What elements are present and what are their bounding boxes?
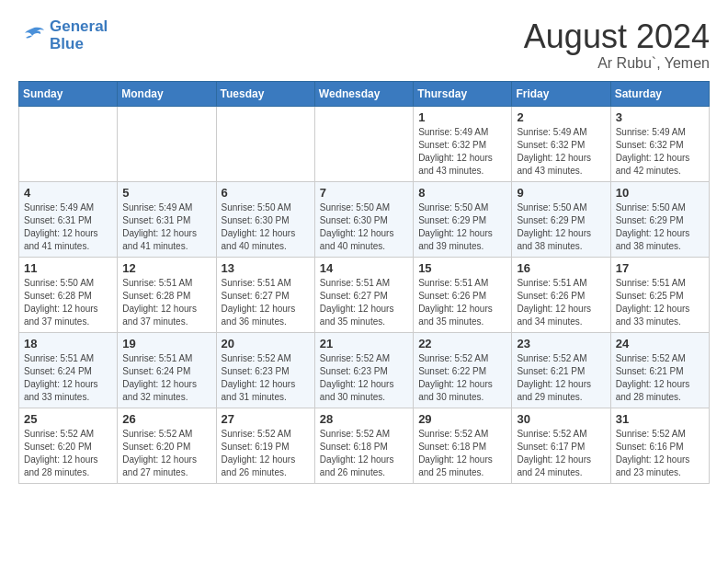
day-number: 14 xyxy=(320,261,408,275)
calendar-cell: 29Sunrise: 5:52 AMSunset: 6:18 PMDayligh… xyxy=(414,408,512,483)
day-info: Sunrise: 5:52 AMSunset: 6:18 PMDaylight:… xyxy=(320,428,408,479)
day-number: 17 xyxy=(616,261,704,275)
day-number: 28 xyxy=(320,412,408,426)
day-number: 26 xyxy=(122,412,210,426)
day-number: 10 xyxy=(616,186,704,200)
calendar-cell: 7Sunrise: 5:50 AMSunset: 6:30 PMDaylight… xyxy=(314,181,413,257)
day-info: Sunrise: 5:50 AMSunset: 6:29 PMDaylight:… xyxy=(616,201,704,253)
day-info: Sunrise: 5:50 AMSunset: 6:29 PMDaylight:… xyxy=(517,201,605,253)
day-number: 13 xyxy=(222,261,310,275)
logo-icon xyxy=(18,25,46,47)
day-info: Sunrise: 5:52 AMSunset: 6:23 PMDaylight:… xyxy=(320,352,408,404)
calendar-week-2: 4Sunrise: 5:49 AMSunset: 6:31 PMDaylight… xyxy=(19,181,710,257)
day-info: Sunrise: 5:49 AMSunset: 6:32 PMDaylight:… xyxy=(517,126,605,178)
day-info: Sunrise: 5:51 AMSunset: 6:25 PMDaylight:… xyxy=(616,277,704,328)
calendar-cell: 8Sunrise: 5:50 AMSunset: 6:29 PMDaylight… xyxy=(414,181,512,257)
calendar-week-3: 11Sunrise: 5:50 AMSunset: 6:28 PMDayligh… xyxy=(19,257,710,332)
day-info: Sunrise: 5:50 AMSunset: 6:28 PMDaylight:… xyxy=(24,277,112,328)
day-number: 27 xyxy=(222,412,310,426)
weekday-header-saturday: Saturday xyxy=(610,81,709,106)
day-number: 1 xyxy=(418,110,506,124)
calendar-cell: 21Sunrise: 5:52 AMSunset: 6:23 PMDayligh… xyxy=(314,332,413,408)
title-block: August 2024 Ar Rubu`, Yemen xyxy=(524,18,710,72)
calendar-cell: 12Sunrise: 5:51 AMSunset: 6:28 PMDayligh… xyxy=(118,257,216,332)
day-info: Sunrise: 5:52 AMSunset: 6:20 PMDaylight:… xyxy=(122,428,210,479)
day-info: Sunrise: 5:50 AMSunset: 6:30 PMDaylight:… xyxy=(320,201,408,253)
calendar-cell: 25Sunrise: 5:52 AMSunset: 6:20 PMDayligh… xyxy=(19,408,118,483)
calendar-cell xyxy=(19,106,118,181)
day-info: Sunrise: 5:51 AMSunset: 6:24 PMDaylight:… xyxy=(122,352,210,404)
calendar-cell xyxy=(216,106,314,181)
day-info: Sunrise: 5:50 AMSunset: 6:30 PMDaylight:… xyxy=(222,201,310,253)
day-info: Sunrise: 5:51 AMSunset: 6:24 PMDaylight:… xyxy=(24,352,112,404)
calendar-cell: 18Sunrise: 5:51 AMSunset: 6:24 PMDayligh… xyxy=(19,332,118,408)
day-number: 19 xyxy=(122,337,210,350)
day-number: 30 xyxy=(517,412,605,426)
day-number: 7 xyxy=(320,186,408,200)
day-info: Sunrise: 5:51 AMSunset: 6:26 PMDaylight:… xyxy=(517,277,605,328)
weekday-header-sunday: Sunday xyxy=(19,81,118,106)
weekday-row: SundayMondayTuesdayWednesdayThursdayFrid… xyxy=(19,81,710,106)
calendar-cell: 4Sunrise: 5:49 AMSunset: 6:31 PMDaylight… xyxy=(19,181,118,257)
day-info: Sunrise: 5:52 AMSunset: 6:22 PMDaylight:… xyxy=(418,352,506,404)
calendar-cell: 6Sunrise: 5:50 AMSunset: 6:30 PMDaylight… xyxy=(216,181,314,257)
calendar-cell: 22Sunrise: 5:52 AMSunset: 6:22 PMDayligh… xyxy=(414,332,512,408)
calendar-cell xyxy=(118,106,216,181)
calendar-cell: 17Sunrise: 5:51 AMSunset: 6:25 PMDayligh… xyxy=(610,257,709,332)
month-year-title: August 2024 xyxy=(524,18,710,55)
weekday-header-friday: Friday xyxy=(512,81,610,106)
calendar-cell: 26Sunrise: 5:52 AMSunset: 6:20 PMDayligh… xyxy=(118,408,216,483)
calendar-cell: 9Sunrise: 5:50 AMSunset: 6:29 PMDaylight… xyxy=(512,181,610,257)
day-info: Sunrise: 5:52 AMSunset: 6:19 PMDaylight:… xyxy=(222,428,310,479)
calendar-cell: 27Sunrise: 5:52 AMSunset: 6:19 PMDayligh… xyxy=(216,408,314,483)
day-number: 29 xyxy=(418,412,506,426)
logo: General Blue xyxy=(18,18,108,52)
day-info: Sunrise: 5:50 AMSunset: 6:29 PMDaylight:… xyxy=(418,201,506,253)
calendar-cell: 3Sunrise: 5:49 AMSunset: 6:32 PMDaylight… xyxy=(610,106,709,181)
day-number: 6 xyxy=(222,186,310,200)
day-number: 25 xyxy=(24,412,112,426)
day-info: Sunrise: 5:51 AMSunset: 6:27 PMDaylight:… xyxy=(222,277,310,328)
day-number: 8 xyxy=(418,186,506,200)
calendar-cell: 28Sunrise: 5:52 AMSunset: 6:18 PMDayligh… xyxy=(314,408,413,483)
day-number: 3 xyxy=(616,110,704,124)
weekday-header-wednesday: Wednesday xyxy=(314,81,413,106)
calendar-cell: 14Sunrise: 5:51 AMSunset: 6:27 PMDayligh… xyxy=(314,257,413,332)
calendar-cell: 2Sunrise: 5:49 AMSunset: 6:32 PMDaylight… xyxy=(512,106,610,181)
day-number: 12 xyxy=(122,261,210,275)
calendar-table: SundayMondayTuesdayWednesdayThursdayFrid… xyxy=(18,81,710,484)
day-info: Sunrise: 5:52 AMSunset: 6:20 PMDaylight:… xyxy=(24,428,112,479)
calendar-cell: 24Sunrise: 5:52 AMSunset: 6:21 PMDayligh… xyxy=(610,332,709,408)
day-number: 20 xyxy=(222,337,310,350)
calendar-body: 1Sunrise: 5:49 AMSunset: 6:32 PMDaylight… xyxy=(19,106,710,483)
day-info: Sunrise: 5:52 AMSunset: 6:18 PMDaylight:… xyxy=(418,428,506,479)
calendar-cell: 13Sunrise: 5:51 AMSunset: 6:27 PMDayligh… xyxy=(216,257,314,332)
day-number: 31 xyxy=(616,412,704,426)
day-info: Sunrise: 5:52 AMSunset: 6:21 PMDaylight:… xyxy=(517,352,605,404)
day-info: Sunrise: 5:49 AMSunset: 6:32 PMDaylight:… xyxy=(616,126,704,178)
day-number: 16 xyxy=(517,261,605,275)
day-number: 15 xyxy=(418,261,506,275)
calendar-week-5: 25Sunrise: 5:52 AMSunset: 6:20 PMDayligh… xyxy=(19,408,710,483)
calendar-cell: 20Sunrise: 5:52 AMSunset: 6:23 PMDayligh… xyxy=(216,332,314,408)
calendar-cell: 19Sunrise: 5:51 AMSunset: 6:24 PMDayligh… xyxy=(118,332,216,408)
day-info: Sunrise: 5:49 AMSunset: 6:31 PMDaylight:… xyxy=(24,201,112,253)
calendar-week-4: 18Sunrise: 5:51 AMSunset: 6:24 PMDayligh… xyxy=(19,332,710,408)
day-number: 18 xyxy=(24,337,112,350)
page-header: General Blue August 2024 Ar Rubu`, Yemen xyxy=(18,18,710,72)
calendar-week-1: 1Sunrise: 5:49 AMSunset: 6:32 PMDaylight… xyxy=(19,106,710,181)
day-info: Sunrise: 5:51 AMSunset: 6:27 PMDaylight:… xyxy=(320,277,408,328)
calendar-cell: 16Sunrise: 5:51 AMSunset: 6:26 PMDayligh… xyxy=(512,257,610,332)
day-info: Sunrise: 5:49 AMSunset: 6:32 PMDaylight:… xyxy=(418,126,506,178)
calendar-cell: 15Sunrise: 5:51 AMSunset: 6:26 PMDayligh… xyxy=(414,257,512,332)
day-number: 9 xyxy=(517,186,605,200)
calendar-cell: 11Sunrise: 5:50 AMSunset: 6:28 PMDayligh… xyxy=(19,257,118,332)
calendar-cell: 1Sunrise: 5:49 AMSunset: 6:32 PMDaylight… xyxy=(414,106,512,181)
location-subtitle: Ar Rubu`, Yemen xyxy=(524,55,710,72)
calendar-cell xyxy=(314,106,413,181)
day-number: 23 xyxy=(517,337,605,350)
calendar-cell: 30Sunrise: 5:52 AMSunset: 6:17 PMDayligh… xyxy=(512,408,610,483)
day-number: 2 xyxy=(517,110,605,124)
day-info: Sunrise: 5:52 AMSunset: 6:16 PMDaylight:… xyxy=(616,428,704,479)
logo-text: General Blue xyxy=(50,18,108,52)
